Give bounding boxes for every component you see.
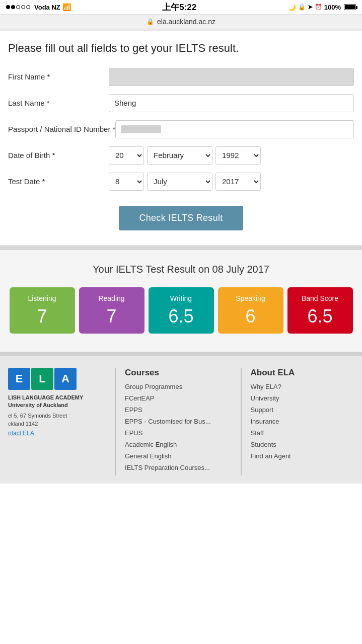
- course-link[interactable]: FCertEAP: [125, 394, 232, 402]
- time-display: 上午5:22: [162, 2, 196, 13]
- course-link[interactable]: EPPS - Customised for Bus...: [125, 418, 232, 425]
- card-label: Listening: [14, 294, 71, 303]
- dot3: [16, 5, 20, 9]
- about-links: Why ELA?UniversitySupportInsuranceStaffS…: [251, 383, 357, 460]
- about-link[interactable]: Find an Agent: [251, 452, 357, 460]
- course-link[interactable]: EPPS: [125, 406, 232, 414]
- moon-icon: 🌙: [288, 4, 296, 11]
- passport-blur: [121, 125, 161, 133]
- carrier-label: Voda NZ: [34, 4, 60, 11]
- testdate-day-select[interactable]: 8: [109, 173, 144, 191]
- results-title: Your IELTS Test Result on 08 July 2017: [8, 264, 354, 275]
- dot5: [26, 5, 30, 9]
- about-link[interactable]: Students: [251, 441, 357, 448]
- url-display: ela.auckland.ac.nz: [157, 18, 215, 26]
- dob-label: Date of Birth *: [8, 151, 109, 159]
- check-ielts-button[interactable]: Check IELTS Result: [119, 206, 243, 230]
- dob-month-select[interactable]: February: [147, 146, 212, 165]
- footer-courses-col: Courses Group ProgrammesFCertEAPEPPSEPPS…: [120, 368, 237, 475]
- course-link[interactable]: Academic English: [125, 441, 232, 448]
- dot2: [11, 5, 15, 9]
- course-link[interactable]: Group Programmes: [125, 383, 232, 390]
- testdate-year-select[interactable]: 2017: [215, 173, 261, 191]
- section-divider: [0, 246, 362, 250]
- passport-row: Passport / National ID Number *: [8, 120, 354, 138]
- score-card-listening: Listening 7: [10, 287, 75, 334]
- score-card-speaking: Speaking 6: [218, 287, 283, 334]
- course-link[interactable]: EPUS: [125, 429, 232, 437]
- about-link[interactable]: Staff: [251, 429, 357, 437]
- address-lock-icon: 🔒: [147, 18, 154, 25]
- passport-label: Passport / National ID Number *: [8, 125, 115, 133]
- ela-logo: E L A: [8, 368, 103, 390]
- about-link[interactable]: Support: [251, 406, 357, 414]
- battery-icon: [344, 4, 356, 10]
- footer-divider-courses: [115, 368, 116, 475]
- dot1: [6, 5, 10, 9]
- testdate-selects: 8 July 2017: [109, 173, 261, 191]
- footer-divider-about: [241, 368, 242, 475]
- status-right: 🌙 🔒 ➤ ⏰ 100%: [288, 4, 356, 11]
- footer-logo-col: E L A LISH LANGUAGE ACADEMYUniversity of…: [0, 368, 111, 475]
- score-card-writing: Writing 6.5: [149, 287, 214, 334]
- testdate-month-select[interactable]: July: [147, 173, 212, 191]
- courses-links: Group ProgrammesFCertEAPEPPSEPPS - Custo…: [125, 383, 232, 471]
- check-btn-row: Check IELTS Result: [8, 206, 354, 230]
- dob-row: Date of Birth * 20 February 1992: [8, 146, 354, 165]
- lastname-row: Last Name *: [8, 94, 354, 112]
- battery-label: 100%: [324, 4, 341, 11]
- testdate-label: Test Date *: [8, 177, 109, 186]
- dob-year-select[interactable]: 1992: [215, 146, 261, 165]
- card-label: Writing: [153, 294, 210, 303]
- ela-letter-e: E: [8, 368, 30, 390]
- dob-day-select[interactable]: 20: [109, 146, 144, 165]
- lock-icon: 🔒: [298, 4, 306, 11]
- passport-input[interactable]: [115, 120, 354, 138]
- courses-title: Courses: [125, 368, 232, 378]
- card-value: 7: [14, 307, 71, 326]
- score-card-band-score: Band Score 6.5: [287, 287, 353, 334]
- page-title: Please fill out all fields to get your I…: [8, 41, 354, 56]
- dob-selects: 20 February 1992: [109, 146, 261, 165]
- about-link[interactable]: University: [251, 394, 357, 402]
- score-cards: Listening 7 Reading 7 Writing 6.5 Speaki…: [8, 287, 354, 334]
- ela-letter-l: L: [31, 368, 53, 390]
- location-icon: ➤: [308, 4, 313, 11]
- about-title: About ELA: [251, 368, 357, 378]
- footer-about-col: About ELA Why ELA?UniversitySupportInsur…: [246, 368, 363, 475]
- status-bar: Voda NZ 📶 上午5:22 🌙 🔒 ➤ ⏰ 100%: [0, 0, 362, 14]
- address-bar[interactable]: 🔒 ela.auckland.ac.nz: [0, 14, 362, 29]
- contact-ela-link[interactable]: ntact ELA: [8, 430, 34, 437]
- firstname-input[interactable]: [109, 68, 354, 86]
- wifi-icon: 📶: [62, 3, 71, 11]
- firstname-label: First Name *: [8, 72, 109, 81]
- card-value: 6.5: [292, 307, 349, 326]
- card-label: Speaking: [222, 294, 279, 303]
- signal-dots: [6, 5, 30, 9]
- alarm-icon: ⏰: [315, 4, 322, 11]
- about-link[interactable]: Insurance: [251, 418, 357, 425]
- dot4: [21, 5, 25, 9]
- card-value: 7: [83, 307, 140, 326]
- results-section: Your IELTS Test Result on 08 July 2017 L…: [0, 250, 362, 352]
- card-value: 6.5: [153, 307, 210, 326]
- ela-address: el 5, 67 Symonds Streetckland 1142: [8, 412, 103, 428]
- footer: E L A LISH LANGUAGE ACADEMYUniversity of…: [0, 356, 362, 484]
- card-value: 6: [222, 307, 279, 326]
- card-label: Band Score: [292, 294, 349, 303]
- lastname-label: Last Name *: [8, 99, 109, 107]
- ela-subtitle: LISH LANGUAGE ACADEMYUniversity of Auckl…: [8, 394, 103, 409]
- about-link[interactable]: Why ELA?: [251, 383, 357, 390]
- main-form-area: Please fill out all fields to get your I…: [0, 31, 362, 246]
- lastname-input[interactable]: [109, 94, 354, 112]
- testdate-row: Test Date * 8 July 2017: [8, 173, 354, 191]
- course-link[interactable]: General English: [125, 452, 232, 460]
- ela-letter-a: A: [54, 368, 77, 390]
- score-card-reading: Reading 7: [79, 287, 144, 334]
- section-divider2: [0, 352, 362, 356]
- status-left: Voda NZ 📶: [6, 3, 71, 11]
- course-link[interactable]: IELTS Preparation Courses...: [125, 464, 232, 471]
- firstname-row: First Name *: [8, 68, 354, 86]
- card-label: Reading: [83, 294, 140, 303]
